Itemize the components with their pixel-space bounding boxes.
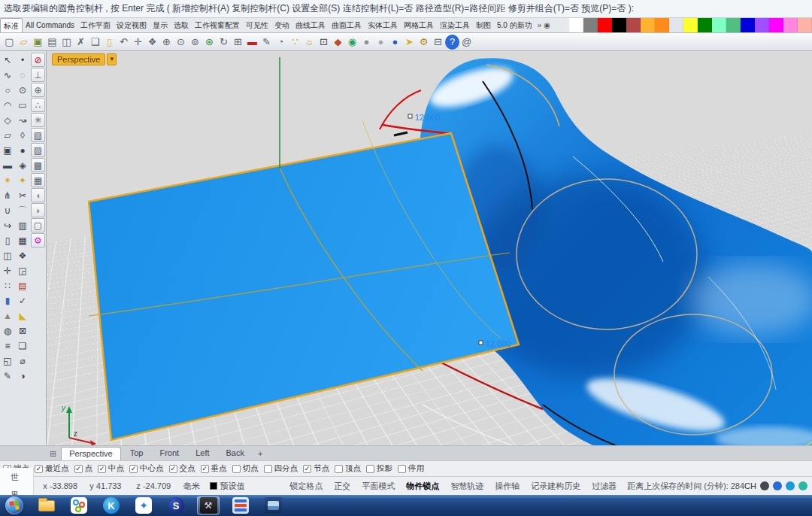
menu-tab[interactable]: 曲面工具 xyxy=(329,18,365,32)
osnap-toggle[interactable]: 停用 xyxy=(398,463,424,474)
menu-tab[interactable]: 可见性 xyxy=(243,18,271,32)
osnap-toggle[interactable]: 中心点 xyxy=(129,463,164,474)
viewport-layout-icon[interactable]: ⊞ xyxy=(231,35,245,50)
command-prompt[interactable]: 选取要编辑的圆角控制杆 , 按 Enter 完成 ( 新增控制杆(A) 复制控制… xyxy=(0,0,812,18)
gear-settings-icon[interactable]: ⚙ xyxy=(31,233,45,247)
viewport-tab[interactable]: Top xyxy=(123,447,151,460)
lock-objects-icon[interactable]: ⊠ xyxy=(15,323,30,338)
color-swatch[interactable] xyxy=(626,18,641,32)
cplane-axes-icon[interactable]: ⊥ xyxy=(31,68,45,82)
rounded-rect-icon[interactable]: ▢ xyxy=(31,218,45,232)
display-box-2-icon[interactable]: ▨ xyxy=(31,143,45,157)
taskbar-kugou[interactable]: K xyxy=(100,496,123,514)
checkbox[interactable] xyxy=(35,465,43,473)
osnap-toggle[interactable]: 切点 xyxy=(232,463,259,474)
fillet-icon[interactable]: ✦ xyxy=(15,173,30,188)
taskbar-image-viewer[interactable] xyxy=(262,496,284,514)
tray-icon-3[interactable] xyxy=(786,481,795,490)
color-swatch[interactable] xyxy=(641,18,655,32)
layer-tool-icon[interactable]: ≡ xyxy=(0,338,15,354)
color-swatch[interactable] xyxy=(583,18,598,32)
arc-icon[interactable]: ◠ xyxy=(0,98,15,113)
help-icon[interactable]: ? xyxy=(445,35,459,50)
menu-tab[interactable]: All Commands xyxy=(23,18,77,32)
shade-mode-icon[interactable]: ▬ xyxy=(245,35,259,50)
status-pane[interactable]: 锁定格点 xyxy=(289,481,323,492)
cursor-tool-icon[interactable]: ➤ xyxy=(402,35,417,50)
menu-tab[interactable]: 网格工具 xyxy=(401,18,437,32)
color-swatch[interactable] xyxy=(783,18,798,32)
checkbox[interactable] xyxy=(398,465,406,473)
control-point[interactable] xyxy=(408,114,412,118)
layer-icon[interactable]: ◆ xyxy=(331,35,345,50)
cone-icon[interactable]: ▲ xyxy=(0,308,15,323)
osnap-toggle[interactable]: 点 xyxy=(74,463,93,474)
status-pane[interactable]: 物件锁点 xyxy=(406,481,439,492)
checkbox[interactable] xyxy=(232,465,241,473)
box-icon[interactable]: ▣ xyxy=(0,143,15,158)
color-swatch[interactable] xyxy=(598,18,612,32)
print-icon[interactable]: ▤ xyxy=(45,35,59,50)
taskbar-thunder[interactable]: ✦ xyxy=(132,496,155,514)
osnap-toggle[interactable]: 交点 xyxy=(169,463,195,474)
scale-icon[interactable]: ◲ xyxy=(15,263,30,278)
undo-icon[interactable]: ↶ xyxy=(117,35,131,50)
viewport-tab[interactable]: Left xyxy=(188,447,217,460)
color-swatch[interactable] xyxy=(569,18,583,32)
viewport-tab[interactable]: Perspective xyxy=(61,447,120,460)
color-swatch[interactable] xyxy=(798,18,812,32)
menu-tab[interactable]: 工作平面 xyxy=(77,18,114,32)
extract-face-icon[interactable]: ◗ xyxy=(31,203,45,217)
taskbar-sogou[interactable]: S xyxy=(165,496,187,514)
curve-icon[interactable]: ∿ xyxy=(0,68,15,83)
loft-surface-icon[interactable]: ◊ xyxy=(15,128,30,143)
checkbox[interactable] xyxy=(169,465,177,473)
axis-star-icon[interactable]: ✳ xyxy=(31,113,45,127)
block-icon[interactable]: ▤ xyxy=(15,278,30,293)
selected-surface[interactable] xyxy=(89,133,519,440)
new-file-icon[interactable]: ▢ xyxy=(2,35,17,50)
material-sphere-icon[interactable]: ● xyxy=(359,35,374,50)
status-pane[interactable]: 平面模式 xyxy=(362,481,395,492)
tray-icon-1[interactable] xyxy=(760,481,769,490)
measure-length-icon[interactable]: ⌀ xyxy=(15,354,30,369)
status-pane[interactable]: 智慧轨迹 xyxy=(450,481,483,492)
taskbar-video-player[interactable] xyxy=(229,496,252,514)
trim-icon[interactable]: ⋔ xyxy=(0,188,15,203)
group-icon[interactable]: ❏ xyxy=(15,338,30,354)
menu-tab[interactable]: 制图 xyxy=(473,18,494,32)
rectangle-icon[interactable]: ▭ xyxy=(15,98,30,113)
status-pane[interactable]: 过滤器 xyxy=(592,481,617,492)
cylinder-icon[interactable]: ▮ xyxy=(0,293,15,308)
add-viewport-button[interactable]: + xyxy=(253,448,267,460)
menu-tab[interactable]: 渲染工具 xyxy=(437,18,473,32)
color-swatch[interactable] xyxy=(655,18,669,32)
sphere-icon[interactable]: ● xyxy=(15,143,30,158)
curve-handle-icon[interactable]: ↝ xyxy=(15,113,30,128)
menu-tab[interactable]: 显示 xyxy=(150,18,171,32)
checkbox[interactable] xyxy=(303,465,311,473)
osnap-toggle[interactable]: 顶点 xyxy=(335,463,361,474)
osnap-toggle[interactable]: 中点 xyxy=(98,463,124,474)
viewport-title-label[interactable]: Perspective xyxy=(52,53,105,65)
status-pane[interactable]: 正交 xyxy=(334,481,350,492)
surface-corner-icon[interactable]: ◣ xyxy=(15,308,30,323)
circle-icon[interactable]: ○ xyxy=(0,83,15,98)
ellipse-icon[interactable]: ⊙ xyxy=(15,83,30,98)
checkbox[interactable] xyxy=(366,465,374,473)
display-box-4-icon[interactable]: ▦ xyxy=(31,173,45,187)
taskbar-explorer[interactable] xyxy=(35,496,58,514)
viewport-tab[interactable]: Front xyxy=(152,447,186,460)
select-arrow-icon[interactable]: ↖ xyxy=(0,53,15,68)
status-pane[interactable]: 记录建构历史 xyxy=(531,481,580,492)
menu-tab[interactable]: 选取 xyxy=(171,18,192,32)
color-swatch[interactable] xyxy=(683,18,698,32)
duplicate-icon[interactable]: ◫ xyxy=(59,35,74,50)
rotate-view-icon[interactable]: ❖ xyxy=(145,35,159,50)
save-icon[interactable]: ▣ xyxy=(31,35,45,50)
texture-sphere-icon[interactable]: ● xyxy=(374,35,388,50)
menu-tab[interactable]: 变动 xyxy=(271,18,292,32)
array-icon[interactable]: ∷ xyxy=(0,278,15,293)
help-circle-icon[interactable]: ◉ xyxy=(544,21,550,29)
tube-icon[interactable]: ▬ xyxy=(0,158,15,173)
